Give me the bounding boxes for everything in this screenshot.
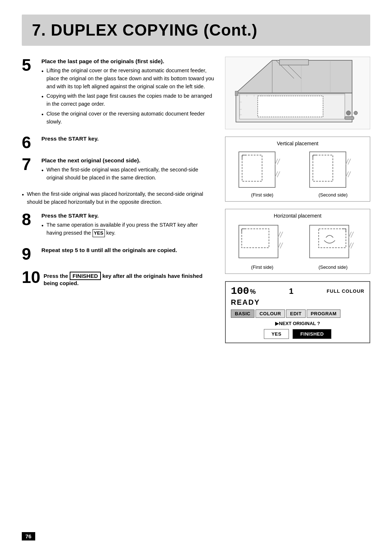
page-number: 76	[22, 532, 35, 540]
step-10-number: 10	[22, 269, 41, 285]
lcd-tab-edit[interactable]: EDIT	[286, 309, 306, 318]
scanner-diagram	[225, 57, 370, 129]
step-5-number: 5	[22, 57, 37, 73]
step-5-bullet-1: Lifting the original cover or the revers…	[41, 67, 214, 90]
step-5-bullet-3: Close the original cover or the reversin…	[41, 110, 214, 126]
step-5-bullet-2: Copying with the last page first causes …	[41, 92, 214, 108]
lcd-action-buttons: YES FINISHED	[231, 329, 364, 339]
step-10-content: Press the FINISHED key after all the ori…	[44, 269, 214, 286]
svg-rect-7	[235, 91, 238, 96]
lcd-full-colour: FULL COLOUR	[327, 288, 364, 294]
step-9-title: Repeat step 5 to 8 until all the origina…	[41, 247, 214, 254]
step-8-number: 8	[22, 211, 37, 228]
vertical-first-side-label: (First side)	[251, 192, 273, 198]
svg-text://: //	[274, 157, 280, 166]
svg-rect-36	[239, 225, 278, 258]
lcd-percent: 100	[231, 285, 249, 297]
step-8-bullet-1: The same operation is available if you p…	[41, 221, 214, 237]
vertical-second-side-label: (Second side)	[318, 192, 347, 198]
lcd-tabs: BASIC COLOUR EDIT PROGRAM	[231, 309, 364, 318]
lcd-yes-button[interactable]: YES	[264, 329, 289, 339]
step-7-bullet-2-container: When the first-side original was placed …	[22, 190, 214, 206]
vertical-second-side: // // (Second side)	[300, 150, 366, 198]
vertical-placement-diagram: Vertical placement // //	[225, 137, 370, 202]
horizontal-placement-title: Horizontal placement	[229, 213, 366, 219]
lcd-finished-button[interactable]: FINISHED	[293, 329, 331, 339]
svg-text://: //	[348, 241, 354, 250]
svg-text://: //	[277, 230, 283, 239]
step-9: 9 Repeat step 5 to 8 until all the origi…	[22, 246, 214, 262]
svg-text://: //	[348, 230, 354, 239]
step-5-bullets: Lifting the original cover or the revers…	[41, 67, 214, 126]
svg-rect-24	[239, 152, 275, 187]
vertical-first-side: // // (First side)	[229, 150, 295, 198]
step-7-title: Place the next original (second side).	[41, 157, 214, 164]
svg-text://: //	[274, 170, 280, 179]
lcd-tab-basic[interactable]: BASIC	[231, 309, 254, 318]
horizontal-first-side-label: (First side)	[251, 264, 273, 270]
step-8-bullets: The same operation is available if you p…	[41, 221, 214, 237]
svg-text://: //	[277, 241, 283, 250]
step-5: 5 Place the last page of the originals (…	[22, 57, 214, 127]
step-5-title: Place the last page of the originals (fi…	[41, 58, 214, 65]
horizontal-second-side-label: (Second side)	[318, 264, 347, 270]
vertical-placement-title: Vertical placement	[229, 141, 366, 146]
step-9-number: 9	[22, 246, 37, 262]
lcd-message: ▶NEXT ORIGINAL ?	[231, 321, 364, 326]
step-7-number: 7	[22, 156, 37, 173]
lcd-ready: READY	[231, 298, 364, 307]
horizontal-first-side: // // (First side)	[229, 222, 295, 270]
lcd-tab-colour[interactable]: COLOUR	[256, 309, 285, 318]
step-6: 6 Press the START key.	[22, 134, 214, 151]
step-6-title: Press the START key.	[41, 135, 214, 142]
lcd-panel: 100 % 1 FULL COLOUR READY BASIC COLOUR E…	[225, 281, 370, 343]
step-7-bullet-2: When the first-side original was placed …	[22, 190, 214, 206]
svg-rect-3	[258, 96, 323, 117]
step-10-prefix: Press the	[44, 273, 68, 279]
svg-point-9	[354, 111, 358, 115]
svg-text://: //	[345, 170, 351, 179]
step-8: 8 Press the START key. The same operatio…	[22, 211, 214, 239]
step-8-title: Press the START key.	[41, 212, 214, 219]
lcd-tab-program[interactable]: PROGRAM	[307, 309, 340, 318]
lcd-percent-sign: %	[250, 288, 256, 296]
svg-rect-42	[310, 225, 349, 258]
svg-point-8	[346, 111, 351, 115]
step-7: 7 Place the next original (second side).…	[22, 156, 214, 184]
finished-button-label: FINISHED	[70, 272, 101, 280]
svg-rect-10	[345, 117, 354, 119]
svg-rect-30	[310, 152, 346, 187]
page-title-section: 7. DUPLEX COPYING (Cont.)	[22, 15, 370, 46]
step-7-bullets: When the first-side original was placed …	[41, 166, 214, 182]
page-title: 7. DUPLEX COPYING (Cont.)	[32, 21, 360, 39]
step-7-bullet-1: When the first-side original was placed …	[41, 166, 214, 182]
horizontal-placement-diagram: Horizontal placement // //	[225, 209, 370, 274]
lcd-copies: 1	[289, 287, 293, 296]
horizontal-second-side: // // (Second side)	[300, 222, 366, 270]
svg-rect-23	[279, 60, 309, 65]
step-6-number: 6	[22, 134, 37, 151]
step-10: 10 Press the FINISHED key after all the …	[22, 269, 214, 286]
svg-text://: //	[345, 157, 351, 166]
